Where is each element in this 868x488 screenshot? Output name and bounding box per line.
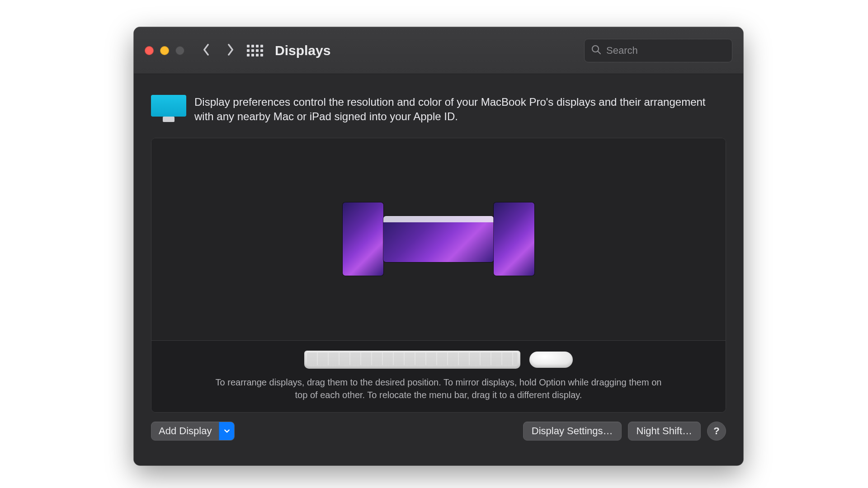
search-input[interactable] — [606, 45, 731, 56]
search-icon — [591, 44, 602, 57]
arrangement-area[interactable] — [151, 138, 726, 340]
add-display-dropdown[interactable] — [219, 422, 234, 440]
menubar-indicator[interactable] — [383, 216, 494, 222]
display-settings-button[interactable]: Display Settings… — [523, 422, 622, 441]
display-right[interactable] — [494, 202, 534, 276]
footer: Add Display Display Settings… Night Shif… — [134, 413, 743, 453]
help-button[interactable]: ? — [707, 422, 726, 441]
header-row: Display preferences control the resoluti… — [134, 74, 743, 135]
grid-icon — [247, 45, 263, 56]
forward-button[interactable] — [222, 42, 240, 60]
window-controls — [145, 46, 184, 55]
chevron-down-icon — [224, 425, 230, 437]
desk-strip: To rearrange displays, drag them to the … — [151, 340, 726, 412]
night-shift-button[interactable]: Night Shift… — [628, 422, 701, 441]
svg-line-1 — [598, 51, 601, 54]
arrangement-panel: To rearrange displays, drag them to the … — [151, 138, 726, 413]
display-left[interactable] — [343, 202, 383, 276]
titlebar: Displays — [134, 27, 743, 74]
back-button[interactable] — [197, 42, 215, 60]
system-preferences-window: Displays Display preferences control the… — [134, 27, 743, 465]
show-all-button[interactable] — [246, 42, 264, 60]
header-description: Display preferences control the resoluti… — [194, 95, 710, 124]
window-title: Displays — [275, 43, 330, 58]
maximize-button[interactable] — [175, 46, 184, 55]
content-area: Display preferences control the resoluti… — [134, 74, 743, 465]
search-field[interactable] — [584, 39, 732, 62]
add-display-label: Add Display — [151, 422, 219, 440]
keyboard-icon — [304, 351, 520, 369]
chevron-left-icon — [201, 43, 211, 57]
display-main[interactable] — [383, 216, 494, 262]
chevron-right-icon — [226, 43, 236, 57]
mouse-icon — [529, 352, 573, 368]
displays-group — [343, 202, 534, 276]
close-button[interactable] — [145, 46, 154, 55]
arrangement-hint: To rearrange displays, drag them to the … — [208, 376, 669, 401]
night-shift-label: Night Shift… — [637, 425, 693, 437]
help-label: ? — [713, 425, 719, 437]
peripherals — [304, 350, 573, 370]
display-settings-label: Display Settings… — [532, 425, 613, 437]
add-display-button[interactable]: Add Display — [151, 422, 235, 441]
minimize-button[interactable] — [160, 46, 169, 55]
display-icon — [151, 95, 186, 122]
